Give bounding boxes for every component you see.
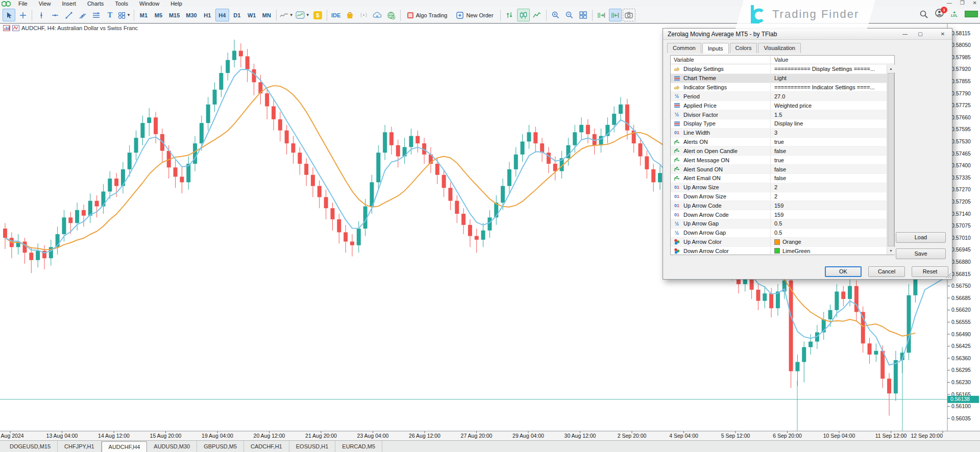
ide-button[interactable]: IDE	[330, 9, 342, 21]
param-value[interactable]: true	[774, 139, 784, 145]
candlestick-chart-button[interactable]	[517, 9, 530, 21]
param-row-alert-message-on[interactable]: Alert Message ONtrue	[671, 156, 887, 165]
tile-windows-button[interactable]	[577, 9, 590, 21]
community-button[interactable]	[385, 9, 398, 21]
dialog-close-button[interactable]: ✕	[938, 30, 948, 38]
param-row-down-arrow-color[interactable]: Down Arrow ColorLimeGreen	[671, 247, 887, 255]
param-value[interactable]: 0.5	[774, 230, 782, 236]
menu-window[interactable]: Window	[134, 1, 165, 7]
line-chart-button[interactable]	[531, 9, 544, 21]
profile-button[interactable]: 1	[935, 9, 944, 19]
zoom-out-button[interactable]	[563, 9, 576, 21]
timeframe-w1[interactable]: W1	[245, 9, 259, 21]
restore-button[interactable]: ❐	[960, 0, 965, 6]
column-header-value[interactable]: Value	[771, 56, 894, 64]
chart-tab-audusd-m30[interactable]: AUDUSD,M30	[147, 441, 197, 452]
timeframe-h4[interactable]: H4	[215, 9, 229, 21]
menu-charts[interactable]: Charts	[82, 1, 109, 7]
timeframe-h1[interactable]: H1	[201, 9, 214, 21]
equidistant-lines-tool-button[interactable]	[90, 9, 103, 21]
param-row-up-arrow-code[interactable]: 01Up Arrow Code159	[671, 201, 887, 210]
chart-tab-audchf-h4[interactable]: AUDCHF,H4	[102, 441, 148, 452]
tick-chart-button[interactable]	[503, 9, 516, 21]
param-row-indicator-settings[interactable]: abIndicator Settings=========== Indicato…	[671, 83, 887, 92]
param-value[interactable]: false	[774, 166, 786, 172]
param-row-alerts-on[interactable]: Alerts ONtrue	[671, 138, 887, 147]
save-button[interactable]: Save	[896, 248, 946, 259]
text-tool-button[interactable]: T	[104, 9, 116, 21]
menu-help[interactable]: Help	[165, 1, 188, 7]
param-value[interactable]: 3	[774, 130, 777, 136]
signals-button[interactable]	[357, 9, 370, 21]
dialog-tab-visualization[interactable]: Visualization	[758, 43, 801, 53]
scroll-up-icon[interactable]: ▲	[887, 65, 895, 72]
param-value[interactable]: false	[774, 175, 786, 181]
dialog-tab-inputs[interactable]: Inputs	[702, 43, 729, 54]
param-value[interactable]: false	[774, 148, 786, 154]
chart-tab-cadchf-h1[interactable]: CADCHF,H1	[244, 441, 289, 452]
column-header-variable[interactable]: Variable	[671, 56, 771, 64]
chart-tab-eosusd-h1[interactable]: EOSUSD,H1	[289, 441, 336, 452]
timeframe-m1[interactable]: M1	[137, 9, 151, 21]
param-value[interactable]: =========== Display Settings =====...	[774, 66, 875, 72]
param-row-alert-on-open-candle[interactable]: Alert on Open Candlefalse	[671, 146, 887, 156]
ok-button[interactable]: OK	[825, 266, 862, 277]
search-icon[interactable]	[920, 10, 928, 18]
cursor-tool-button[interactable]	[3, 9, 15, 21]
reset-button[interactable]: Reset	[912, 266, 948, 277]
param-value[interactable]: Light	[774, 75, 787, 81]
scroll-down-icon[interactable]: ▼	[887, 247, 895, 255]
param-value[interactable]: 159	[774, 212, 783, 218]
param-row-up-arrow-gap[interactable]: ½Up Arrow Gap0.5	[671, 219, 887, 229]
vertical-line-tool-button[interactable]	[35, 9, 47, 21]
param-value[interactable]: 159	[774, 203, 783, 209]
param-value[interactable]: LimeGreen	[782, 248, 810, 254]
auto-scroll-button[interactable]	[609, 9, 622, 21]
param-row-down-arrow-code[interactable]: 01Down Arrow Code159	[671, 210, 887, 219]
deposit-button[interactable]: $	[311, 9, 324, 21]
param-value[interactable]: 1.5	[774, 112, 782, 118]
param-value[interactable]: true	[774, 157, 784, 163]
shapes-tool-button[interactable]: ▼	[117, 9, 131, 21]
minimize-button[interactable]: —	[947, 0, 952, 6]
trendline-tool-button[interactable]	[62, 9, 75, 21]
param-value[interactable]: Orange	[782, 239, 801, 245]
chart-shift-button[interactable]	[595, 9, 608, 21]
timeframe-m15[interactable]: M15	[166, 9, 182, 21]
menu-file[interactable]: File	[13, 1, 33, 7]
param-row-up-arrow-size[interactable]: 01Up Arrow Size2	[671, 183, 887, 192]
param-value[interactable]: Weighted price	[774, 103, 812, 109]
timeframe-m5[interactable]: M5	[152, 9, 165, 21]
scrollbar-thumb[interactable]	[888, 73, 894, 246]
dialog-minimize-button[interactable]: —	[900, 30, 910, 38]
resize-grip[interactable]	[946, 273, 951, 278]
timeframe-d1[interactable]: D1	[230, 9, 244, 21]
horizontal-line-tool-button[interactable]	[48, 9, 61, 21]
param-value[interactable]: 27.0	[774, 93, 785, 99]
load-button[interactable]: Load	[896, 232, 946, 243]
dialog-tab-colors[interactable]: Colors	[730, 43, 757, 53]
param-row-display-type[interactable]: Display TypeDisplay line	[671, 119, 887, 129]
param-row-line-width[interactable]: 01Line Width3	[671, 129, 887, 138]
zoom-in-button[interactable]	[549, 9, 562, 21]
menu-view[interactable]: View	[33, 1, 57, 7]
menu-insert[interactable]: Insert	[56, 1, 82, 7]
objects-button[interactable]: ▼	[295, 9, 310, 21]
param-value[interactable]: 0.5	[774, 220, 782, 227]
param-value[interactable]: Display line	[774, 120, 803, 127]
param-value[interactable]: =========== Indicator Settings ====...	[774, 84, 875, 90]
param-value[interactable]: 2	[774, 184, 777, 190]
cancel-button[interactable]: Cancel	[868, 266, 905, 277]
level-indicator[interactable]: ✦LVL	[951, 11, 958, 17]
chart-tab-gbpusd-m5[interactable]: GBPUSD,M5	[197, 441, 244, 452]
param-row-period[interactable]: ½Period27.0	[671, 92, 887, 101]
param-row-down-arrow-size[interactable]: 01Down Arrow Size2	[671, 192, 887, 202]
new-order-button[interactable]: New Order	[452, 9, 497, 21]
table-scrollbar[interactable]: ▲ ▼	[887, 65, 894, 255]
chart-tab-eurcad-m5[interactable]: EURCAD,M5	[335, 441, 382, 452]
cloud-button[interactable]	[371, 9, 384, 21]
param-row-chart-theme[interactable]: Chart ThemeLight	[671, 74, 887, 83]
channel-tool-button[interactable]	[76, 9, 89, 21]
param-row-applied-price[interactable]: Applied PriceWeighted price	[671, 101, 887, 110]
param-row-divisor-factor[interactable]: ½Divisor Factor1.5	[671, 110, 887, 119]
